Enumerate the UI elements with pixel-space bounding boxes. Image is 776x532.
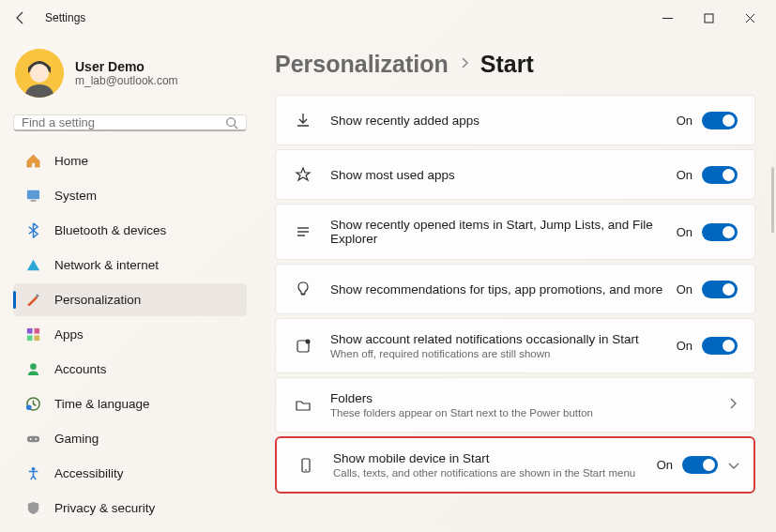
- notification-icon: [293, 338, 313, 355]
- nav-label: System: [54, 189, 97, 203]
- svg-point-3: [30, 64, 49, 83]
- user-block[interactable]: User Demo m_lab@outlook.com: [13, 43, 247, 114]
- breadcrumb: Personalization Start: [275, 51, 755, 78]
- search-icon: [225, 116, 238, 129]
- nav-item-privacy[interactable]: Privacy & security: [13, 492, 247, 524]
- back-button[interactable]: [6, 3, 36, 33]
- nav: Home System Bluetooth & devices Network …: [13, 144, 247, 524]
- svg-rect-6: [26, 190, 38, 199]
- nav-label: Apps: [54, 327, 84, 342]
- user-email: m_lab@outlook.com: [75, 74, 178, 87]
- home-icon: [24, 153, 41, 170]
- main-content: Personalization Start Show recently adde…: [258, 36, 776, 532]
- toggle-state: On: [677, 339, 692, 353]
- nav-item-accessibility[interactable]: Accessibility: [13, 457, 247, 490]
- toggle-state: On: [677, 168, 692, 182]
- titlebar: Settings: [0, 0, 776, 36]
- time-icon: [24, 396, 41, 413]
- nav-item-network[interactable]: Network & internet: [13, 249, 247, 281]
- download-icon: [293, 112, 313, 129]
- nav-label: Personalization: [54, 293, 141, 307]
- svg-point-17: [29, 438, 31, 440]
- toggle-state: On: [677, 114, 692, 128]
- setting-most-used[interactable]: Show most used apps On: [275, 149, 755, 200]
- chevron-right-icon: [728, 397, 738, 414]
- apps-icon: [24, 327, 41, 343]
- setting-title: Show mobile device in Start: [333, 451, 657, 465]
- chevron-down-icon[interactable]: [727, 457, 740, 474]
- accounts-icon: [24, 361, 41, 378]
- gaming-icon: [24, 431, 41, 448]
- setting-recently-added[interactable]: Show recently added apps On: [275, 95, 755, 145]
- back-arrow-icon: [13, 10, 28, 25]
- avatar: [15, 49, 64, 98]
- nav-label: Accessibility: [54, 466, 124, 480]
- system-icon: [24, 188, 41, 205]
- search-box[interactable]: [13, 114, 247, 131]
- svg-rect-7: [30, 200, 36, 201]
- toggle-state: On: [677, 282, 692, 296]
- setting-subtitle: When off, required notifications are sti…: [330, 348, 677, 359]
- close-button[interactable]: [729, 3, 770, 33]
- accessibility-icon: [24, 465, 41, 482]
- setting-title: Show recently added apps: [330, 114, 677, 128]
- setting-title: Show recommendations for tips, app promo…: [330, 282, 677, 296]
- svg-rect-12: [34, 335, 39, 341]
- toggle-switch[interactable]: [682, 456, 718, 474]
- nav-item-system[interactable]: System: [13, 179, 247, 212]
- svg-point-19: [31, 467, 35, 471]
- toggle-switch[interactable]: [702, 223, 738, 241]
- toggle-state: On: [657, 458, 673, 472]
- minimize-icon: [662, 13, 673, 23]
- nav-item-gaming[interactable]: Gaming: [13, 422, 247, 455]
- nav-label: Network & internet: [54, 258, 159, 272]
- svg-line-5: [235, 125, 238, 129]
- svg-rect-10: [34, 328, 39, 334]
- setting-folders[interactable]: Folders These folders appear on Start ne…: [275, 377, 755, 433]
- user-name: User Demo: [75, 59, 178, 74]
- setting-mobile-device[interactable]: Show mobile device in Start Calls, texts…: [275, 436, 755, 494]
- minimize-button[interactable]: [647, 3, 688, 33]
- svg-point-24: [306, 339, 311, 343]
- nav-item-time[interactable]: Time & language: [13, 388, 247, 420]
- nav-item-personalization[interactable]: Personalization: [13, 283, 247, 316]
- setting-title: Folders: [330, 391, 719, 405]
- toggle-switch[interactable]: [702, 281, 738, 298]
- setting-recently-opened[interactable]: Show recently opened items in Start, Jum…: [275, 204, 755, 260]
- toggle-switch[interactable]: [702, 337, 738, 355]
- avatar-icon: [15, 49, 64, 98]
- svg-rect-16: [26, 436, 38, 443]
- privacy-icon: [24, 500, 41, 517]
- breadcrumb-current: Start: [480, 51, 534, 78]
- setting-title: Show recently opened items in Start, Jum…: [330, 218, 677, 246]
- nav-item-bluetooth[interactable]: Bluetooth & devices: [13, 214, 247, 247]
- window-controls: [647, 3, 770, 33]
- setting-subtitle: Calls, texts, and other notifications ar…: [333, 467, 657, 479]
- nav-item-home[interactable]: Home: [13, 144, 247, 177]
- bulb-icon: [293, 281, 313, 297]
- toggle-switch[interactable]: [702, 112, 738, 129]
- nav-label: Time & language: [54, 397, 150, 411]
- search-input[interactable]: [22, 115, 225, 129]
- nav-label: Accounts: [54, 362, 107, 376]
- setting-title: Show most used apps: [330, 168, 677, 182]
- svg-point-13: [30, 363, 37, 370]
- network-icon: [24, 257, 41, 274]
- svg-point-18: [35, 438, 37, 440]
- maximize-button[interactable]: [688, 3, 729, 33]
- nav-item-accounts[interactable]: Accounts: [13, 353, 247, 386]
- breadcrumb-parent[interactable]: Personalization: [275, 51, 449, 78]
- sidebar: User Demo m_lab@outlook.com Home System …: [0, 36, 258, 532]
- svg-rect-11: [26, 335, 32, 341]
- svg-rect-1: [705, 14, 713, 23]
- scrollbar[interactable]: [771, 167, 774, 233]
- nav-label: Bluetooth & devices: [54, 223, 166, 237]
- setting-account-notifications[interactable]: Show account related notifications occas…: [275, 318, 755, 373]
- close-icon: [745, 13, 755, 23]
- setting-recommendations[interactable]: Show recommendations for tips, app promo…: [275, 264, 755, 314]
- nav-item-apps[interactable]: Apps: [13, 318, 247, 351]
- setting-title: Show account related notifications occas…: [330, 332, 677, 346]
- folder-icon: [293, 397, 313, 414]
- phone-icon: [296, 457, 316, 474]
- toggle-switch[interactable]: [702, 166, 738, 184]
